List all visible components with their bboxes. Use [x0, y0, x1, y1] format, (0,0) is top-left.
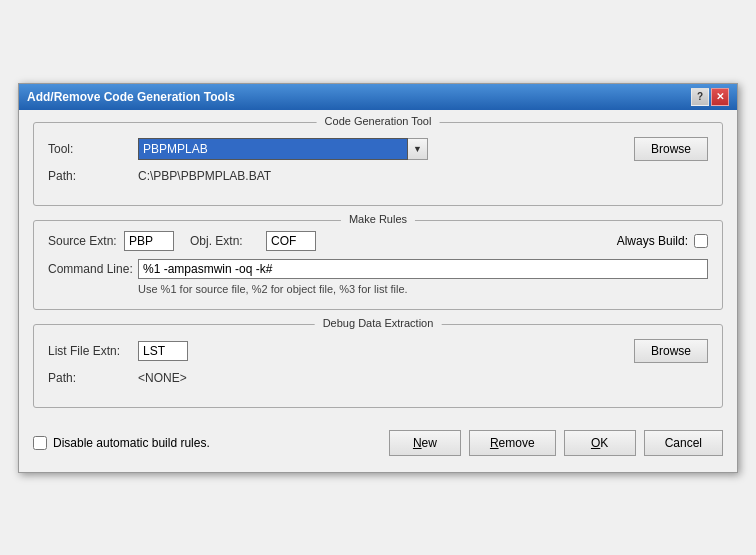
make-rules-legend: Make Rules	[341, 213, 415, 225]
new-button-label: New	[413, 436, 437, 450]
debug-data-extraction-legend: Debug Data Extraction	[315, 317, 442, 329]
source-extn-row: Source Extn: Obj. Extn: Always Build:	[48, 231, 708, 251]
obj-extn-input[interactable]	[266, 231, 316, 251]
close-button[interactable]: ✕	[711, 88, 729, 106]
command-line-hint: Use %1 for source file, %2 for object fi…	[138, 283, 708, 295]
debug-path-label: Path:	[48, 371, 138, 385]
source-extn-label: Source Extn:	[48, 234, 118, 248]
disable-build-checkbox[interactable]	[33, 436, 47, 450]
help-button[interactable]: ?	[691, 88, 709, 106]
title-bar-buttons: ? ✕	[691, 88, 729, 106]
disable-build-label: Disable automatic build rules.	[53, 436, 210, 450]
dialog-body: Code Generation Tool Tool: ▼ Browse Path…	[19, 110, 737, 472]
debug-browse-button[interactable]: Browse	[634, 339, 708, 363]
list-file-input-group: List File Extn:	[48, 341, 188, 361]
dialog: Add/Remove Code Generation Tools ? ✕ Cod…	[18, 83, 738, 473]
command-line-label: Command Line:	[48, 262, 138, 276]
source-extn-input[interactable]	[124, 231, 174, 251]
code-generation-tool-legend: Code Generation Tool	[317, 115, 440, 127]
always-build-label: Always Build:	[617, 234, 688, 248]
tool-select-wrapper: ▼	[138, 138, 428, 160]
always-build-checkbox[interactable]	[694, 234, 708, 248]
make-rules-section: Make Rules Source Extn: Obj. Extn: Alway…	[33, 220, 723, 310]
obj-extn-group: Obj. Extn:	[190, 231, 316, 251]
code-generation-tool-section: Code Generation Tool Tool: ▼ Browse Path…	[33, 122, 723, 206]
list-file-extn-label: List File Extn:	[48, 344, 138, 358]
tool-label: Tool:	[48, 142, 138, 156]
tool-input[interactable]	[138, 138, 408, 160]
debug-path-value: <NONE>	[138, 371, 187, 385]
dropdown-arrow-icon: ▼	[413, 144, 422, 154]
always-build-group: Always Build:	[617, 234, 708, 248]
cancel-button-label: Cancel	[665, 436, 702, 450]
footer-buttons: New Remove OK Cancel	[389, 430, 723, 456]
command-line-row: Command Line:	[48, 259, 708, 279]
tool-row: Tool: ▼ Browse	[48, 133, 708, 161]
debug-path-row: Path: <NONE>	[48, 371, 708, 385]
command-line-input[interactable]	[138, 259, 708, 279]
ok-button[interactable]: OK	[564, 430, 636, 456]
title-bar: Add/Remove Code Generation Tools ? ✕	[19, 84, 737, 110]
tool-path-row: Path: C:\PBP\PBPMPLAB.BAT	[48, 169, 708, 183]
tool-input-group: Tool: ▼	[48, 138, 428, 160]
disable-build-group: Disable automatic build rules.	[33, 436, 210, 450]
source-extn-group: Source Extn:	[48, 231, 174, 251]
list-file-row: List File Extn: Browse	[48, 335, 708, 363]
ok-button-label: OK	[591, 436, 608, 450]
new-button[interactable]: New	[389, 430, 461, 456]
tool-path-label: Path:	[48, 169, 138, 183]
list-file-extn-input[interactable]	[138, 341, 188, 361]
tool-browse-button[interactable]: Browse	[634, 137, 708, 161]
obj-extn-label: Obj. Extn:	[190, 234, 260, 248]
remove-button[interactable]: Remove	[469, 430, 556, 456]
dialog-title: Add/Remove Code Generation Tools	[27, 90, 235, 104]
tool-path-value: C:\PBP\PBPMPLAB.BAT	[138, 169, 271, 183]
debug-data-extraction-section: Debug Data Extraction List File Extn: Br…	[33, 324, 723, 408]
cancel-button[interactable]: Cancel	[644, 430, 723, 456]
footer-row: Disable automatic build rules. New Remov…	[33, 422, 723, 460]
tool-dropdown-button[interactable]: ▼	[408, 138, 428, 160]
remove-button-label: Remove	[490, 436, 535, 450]
